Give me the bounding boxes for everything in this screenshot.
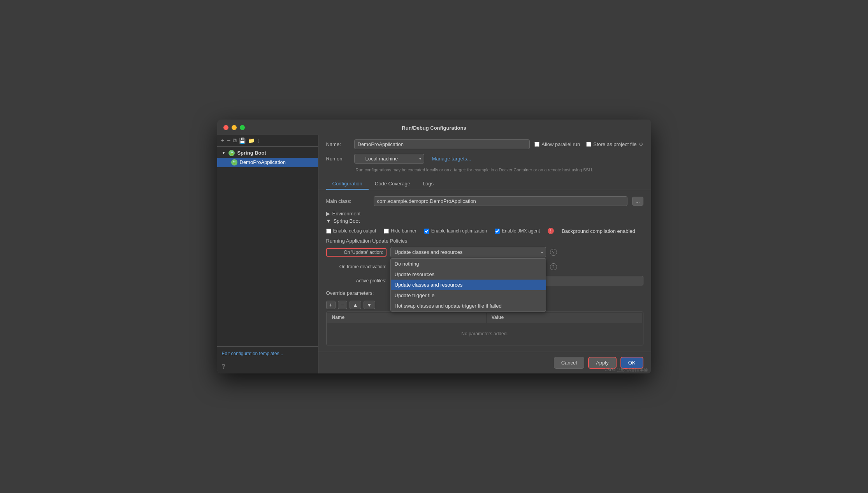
enable-launch-label: Enable launch optimization <box>431 228 487 234</box>
runon-label: Run on: <box>326 156 350 162</box>
sidebar-springboot-label: Spring Boot <box>237 150 266 156</box>
table-name-col: Name <box>327 313 486 322</box>
allow-parallel-label: Allow parallel run <box>534 141 580 147</box>
close-button[interactable] <box>223 125 228 130</box>
sidebar-springboot-header[interactable]: ▼ 🍃 Spring Boot <box>217 148 318 158</box>
runon-container: 🏠 Local machine ▾ <box>354 154 424 164</box>
enable-debug-checkbox[interactable] <box>326 229 331 234</box>
copy-config-icon[interactable]: ⧉ <box>233 137 237 144</box>
option-do-nothing[interactable]: Do nothing <box>391 259 546 269</box>
sidebar-app-label: DemoProApplication <box>240 159 286 165</box>
enable-jmx-label: Enable JMX agent <box>502 228 540 234</box>
option-update-classes[interactable]: Update classes and resources <box>391 280 546 290</box>
allow-parallel-checkbox[interactable] <box>534 142 539 147</box>
sidebar-footer: Edit configuration templates... <box>217 346 318 360</box>
on-frame-label: On frame deactivation: <box>326 264 387 269</box>
red-arrow-indicator <box>647 245 651 260</box>
sidebar: + − ⧉ 💾 📁 ↕ ▼ 🍃 Spring Boot 🍃 DemoProApp… <box>217 135 318 374</box>
main-class-label: Main class: <box>326 198 369 204</box>
bg-compilation-label: Background compilation enabled <box>562 228 635 234</box>
enable-jmx-checkbox[interactable] <box>495 229 500 234</box>
params-up-button[interactable]: ▲ <box>350 301 361 309</box>
environment-chevron-icon: ▶ <box>326 211 330 217</box>
runon-row: Run on: 🏠 Local machine ▾ Manage targets… <box>318 152 651 165</box>
enable-launch-item: Enable launch optimization <box>424 228 487 234</box>
dialog-title: Run/Debug Configurations <box>402 125 466 131</box>
header-right: Allow parallel run Store as project file… <box>534 141 643 147</box>
main-class-input[interactable] <box>374 196 627 206</box>
sidebar-toolbar: + − ⧉ 💾 📁 ↕ <box>217 135 318 147</box>
store-project-container: Store as project file ⚙ <box>586 141 643 147</box>
main-class-row: Main class: ... <box>326 196 643 206</box>
folder-icon[interactable]: 📁 <box>248 137 255 144</box>
gear-icon[interactable]: ⚙ <box>639 141 643 147</box>
dialog-footer: Cancel Apply OK <box>318 352 651 373</box>
store-project-label: Store as project file <box>593 141 636 147</box>
store-project-checkbox[interactable] <box>586 142 591 147</box>
on-update-dropdown-container: Do nothing Update resources Update class… <box>390 247 546 257</box>
option-update-resources[interactable]: Update resources <box>391 269 546 280</box>
hide-banner-item: Hide banner <box>384 228 416 234</box>
sort-icon[interactable]: ↕ <box>257 137 260 144</box>
enable-debug-label: Enable debug output <box>333 228 376 234</box>
params-remove-button[interactable]: − <box>338 301 347 309</box>
override-params-label: Override parameters: <box>326 290 374 296</box>
runon-select[interactable]: Local machine <box>354 154 424 164</box>
update-policies: Running Application Update Policies On '… <box>326 238 643 272</box>
option-hotswap[interactable]: Hot swap classes and update trigger file… <box>391 301 546 311</box>
tab-code-coverage[interactable]: Code Coverage <box>369 178 416 190</box>
sidebar-group-springboot: ▼ 🍃 Spring Boot 🍃 DemoProApplication <box>217 147 318 169</box>
watermark: CSDN @想出家的雷丰涌 <box>604 367 648 373</box>
on-update-row: On 'Update' action: Do nothing Update re… <box>326 247 643 257</box>
on-update-select[interactable]: Do nothing Update resources Update class… <box>390 247 546 257</box>
hide-banner-checkbox[interactable] <box>384 229 389 234</box>
maximize-button[interactable] <box>240 125 245 130</box>
minimize-button[interactable] <box>232 125 237 130</box>
spring-boot-checkboxes: Enable debug output Hide banner Enable l… <box>326 228 643 234</box>
name-input[interactable] <box>354 139 530 149</box>
tab-configuration[interactable]: Configuration <box>326 178 369 190</box>
main-class-browse-button[interactable]: ... <box>632 197 643 206</box>
save-config-icon[interactable]: 💾 <box>239 137 246 144</box>
content-area: Name: Allow parallel run Store as projec… <box>318 135 651 374</box>
on-update-help-icon[interactable]: ? <box>550 249 557 256</box>
remove-config-icon[interactable]: − <box>227 137 230 144</box>
main-content: + − ⧉ 💾 📁 ↕ ▼ 🍃 Spring Boot 🍃 DemoProApp… <box>217 135 651 374</box>
table-row: No parameters added. <box>327 323 642 344</box>
title-bar: Run/Debug Configurations <box>217 120 651 135</box>
app-icon: 🍃 <box>231 159 237 166</box>
cancel-button[interactable]: Cancel <box>554 357 584 369</box>
active-profiles-label: Active profiles: <box>326 278 387 283</box>
add-config-icon[interactable]: + <box>221 137 225 144</box>
warning-badge: ! <box>548 228 554 234</box>
params-table: Name Value No parameters added. <box>326 312 643 345</box>
window-controls <box>223 125 245 130</box>
sidebar-help[interactable]: ? <box>217 360 318 373</box>
run-on-hint: Run configurations may be executed local… <box>318 165 651 175</box>
name-label: Name: <box>326 141 350 147</box>
update-dropdown-menu: Do nothing Update resources Update class… <box>390 258 546 312</box>
spring-boot-section-title[interactable]: ▼ Spring Boot <box>326 218 643 224</box>
params-down-button[interactable]: ▼ <box>364 301 375 309</box>
name-row: Name: Allow parallel run Store as projec… <box>318 135 651 152</box>
help-icon: ? <box>222 363 225 370</box>
on-frame-help-icon[interactable]: ? <box>550 263 557 270</box>
sidebar-item-demopro[interactable]: 🍃 DemoProApplication <box>217 158 318 167</box>
edit-templates-link[interactable]: Edit configuration templates... <box>222 351 283 356</box>
run-debug-dialog: Run/Debug Configurations + − ⧉ 💾 📁 ↕ ▼ 🍃… <box>217 120 651 374</box>
table-value-col: Value <box>487 313 642 322</box>
chevron-down-icon: ▼ <box>222 151 226 155</box>
tab-logs[interactable]: Logs <box>416 178 440 190</box>
spring-boot-chevron-icon: ▼ <box>326 218 331 224</box>
tabs-row: Configuration Code Coverage Logs <box>318 174 651 190</box>
environment-section-header[interactable]: ▶ Environment <box>326 211 643 217</box>
enable-debug-item: Enable debug output <box>326 228 376 234</box>
config-body: Main class: ... ▶ Environment ▼ Spring B… <box>318 190 651 352</box>
option-update-trigger[interactable]: Update trigger file <box>391 290 546 301</box>
spring-boot-icon: 🍃 <box>228 150 235 156</box>
params-add-button[interactable]: + <box>326 301 336 309</box>
manage-targets-link[interactable]: Manage targets... <box>432 156 471 162</box>
environment-label: Environment <box>332 211 361 217</box>
update-policies-label: Running Application Update Policies <box>326 238 643 244</box>
enable-launch-checkbox[interactable] <box>424 229 429 234</box>
